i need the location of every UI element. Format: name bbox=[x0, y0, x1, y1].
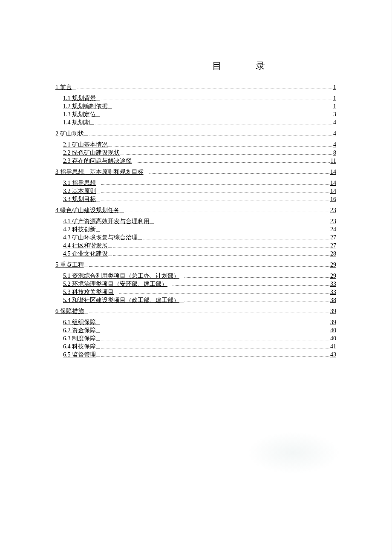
toc-label-underline-tail bbox=[96, 201, 100, 201]
toc-entry: 4.1 矿产资源高效开发与合理利用23 bbox=[55, 219, 336, 224]
toc-entry-label[interactable]: 4.5 企业文化建设 bbox=[63, 251, 108, 257]
toc-entry-page[interactable]: 38 bbox=[330, 297, 336, 303]
toc-entry-page[interactable]: 43 bbox=[330, 352, 336, 358]
toc-entry-page[interactable]: 1 bbox=[333, 104, 336, 109]
toc-entry-page[interactable]: 11 bbox=[331, 158, 336, 164]
toc-entry-label[interactable]: 1.1 规划背景 bbox=[63, 95, 96, 101]
toc-label-underline-tail bbox=[120, 212, 124, 213]
toc-entry-page[interactable]: 39 bbox=[330, 308, 336, 314]
toc-entry: 6.3 制度保障40 bbox=[55, 336, 336, 342]
toc-entry-page[interactable]: 4 bbox=[333, 120, 336, 126]
toc-entry-page[interactable]: 4 bbox=[333, 142, 336, 148]
toc-entry-page[interactable]: 14 bbox=[330, 188, 336, 194]
toc-entry-page[interactable]: 8 bbox=[333, 150, 336, 156]
toc-leader-dots bbox=[95, 124, 332, 124]
toc-entry-label[interactable]: 2.3 存在的问题与解决途径 bbox=[63, 158, 132, 164]
toc-entry-label[interactable]: 1.2 规划编制依据 bbox=[63, 104, 108, 109]
toc-entry-page[interactable]: 4 bbox=[333, 131, 336, 137]
toc-label-underline-tail bbox=[144, 174, 148, 174]
toc-leader-dots bbox=[119, 293, 329, 294]
toc-entry-label[interactable]: 2.1 矿山基本情况 bbox=[63, 142, 108, 148]
toc-entry-label[interactable]: 3.2 基本原则 bbox=[63, 188, 96, 194]
toc-entry-page[interactable]: 29 bbox=[330, 262, 336, 268]
toc-label-underline-tail bbox=[90, 124, 94, 125]
toc-leader-dots bbox=[101, 324, 329, 324]
toc-entry-page[interactable]: 33 bbox=[330, 289, 336, 295]
toc-label-underline-tail bbox=[84, 267, 88, 267]
toc-entry-label[interactable]: 4.3 矿山环境恢复与综合治理 bbox=[63, 235, 138, 241]
toc-entry-label[interactable]: 1 前言 bbox=[55, 84, 72, 90]
toc-leader-dots bbox=[155, 223, 329, 223]
toc-entry-label[interactable]: 6.3 制度保障 bbox=[63, 336, 96, 342]
toc-entry-label[interactable]: 4 绿色矿山建设规划任务 bbox=[55, 207, 120, 213]
toc-entry-label[interactable]: 2 矿山现状 bbox=[55, 131, 84, 137]
toc-entry-page[interactable]: 27 bbox=[330, 235, 336, 241]
toc-entry: 6.5 监督管理43 bbox=[55, 352, 336, 358]
toc-label-underline-tail bbox=[150, 223, 154, 224]
toc-entry-label[interactable]: 4.4 社区和谐发展 bbox=[63, 243, 108, 249]
toc-entry: 1.3 规划定位3 bbox=[55, 112, 336, 118]
toc-entry-label[interactable]: 1.4 规划期 bbox=[63, 120, 90, 126]
toc-entry-label[interactable]: 5.3 科技攻关类项目 bbox=[63, 289, 114, 295]
toc-entry-label[interactable]: 5.4 和谐社区建设类项目（政工部、建工部） bbox=[63, 297, 179, 303]
toc-entry-page[interactable]: 14 bbox=[330, 180, 336, 186]
toc-label-underline-tail bbox=[84, 135, 88, 136]
toc-leader-dots bbox=[101, 340, 329, 340]
toc-entry: 4 绿色矿山建设规划任务23 bbox=[55, 207, 336, 213]
toc-entry-label[interactable]: 1.3 规划定位 bbox=[63, 112, 96, 118]
toc-label-underline-tail bbox=[96, 324, 100, 325]
toc-label-underline-tail bbox=[179, 278, 184, 278]
toc-entry-label[interactable]: 6.4 科技保障 bbox=[63, 344, 96, 350]
toc-leader-dots bbox=[101, 231, 329, 231]
toc-entry-label[interactable]: 6.5 监督管理 bbox=[63, 352, 96, 358]
toc-label-underline-tail bbox=[120, 155, 124, 155]
toc-entry-label[interactable]: 6 保障措施 bbox=[55, 308, 84, 314]
toc-label-underline-tail bbox=[114, 294, 118, 294]
toc-entry-label[interactable]: 3 指导思想、基本原则和规划目标 bbox=[55, 169, 144, 175]
toc-entry-label[interactable]: 5.2 环境治理类项目（安环部、建工部） bbox=[63, 281, 167, 287]
toc-label-underline-tail bbox=[84, 313, 88, 313]
toc-entry-page[interactable]: 27 bbox=[330, 243, 336, 249]
toc-entry-page[interactable]: 23 bbox=[330, 219, 336, 224]
toc-entry-label[interactable]: 4.1 矿产资源高效开发与合理利用 bbox=[63, 219, 150, 224]
toc-entry-page[interactable]: 3 bbox=[333, 112, 336, 118]
toc-entry-page[interactable]: 40 bbox=[330, 336, 336, 342]
toc-label-underline-tail bbox=[96, 357, 100, 357]
toc-entry-page[interactable]: 40 bbox=[330, 328, 336, 334]
toc-entry: 2.1 矿山基本情况4 bbox=[55, 142, 336, 148]
toc-entry-page[interactable]: 41 bbox=[330, 344, 336, 350]
toc-label-underline-tail bbox=[96, 185, 100, 185]
toc-entry-page[interactable]: 14 bbox=[330, 169, 336, 175]
toc-leader-dots bbox=[101, 184, 329, 185]
toc-label-underline-tail bbox=[108, 108, 112, 109]
toc-entry-page[interactable]: 39 bbox=[330, 319, 336, 325]
toc-label-underline-tail bbox=[108, 247, 112, 248]
toc-entry: 6.1 组织保障39 bbox=[55, 319, 336, 325]
toc-label-underline-tail bbox=[96, 193, 100, 193]
toc-entry-page[interactable]: 1 bbox=[333, 95, 336, 101]
toc-entry-label[interactable]: 6.1 组织保障 bbox=[63, 319, 96, 325]
toc-entry-page[interactable]: 33 bbox=[330, 281, 336, 287]
toc-entry-page[interactable]: 29 bbox=[330, 273, 336, 279]
toc-label-underline-tail bbox=[96, 340, 100, 341]
toc-entry-label[interactable]: 2.2 绿色矿山建设现状 bbox=[63, 150, 120, 156]
toc-entry-label[interactable]: 5 重点工程 bbox=[55, 262, 84, 268]
toc-entry-page[interactable]: 24 bbox=[330, 227, 336, 233]
toc-entry-page[interactable]: 28 bbox=[330, 251, 336, 257]
toc-entry-label[interactable]: 3.3 规划目标 bbox=[63, 196, 96, 202]
toc-entry-label[interactable]: 3.1 指导思想 bbox=[63, 180, 96, 186]
toc-entry-label[interactable]: 6.2 资金保障 bbox=[63, 328, 96, 334]
toc-entry-page[interactable]: 23 bbox=[330, 207, 336, 213]
toc-entry: 5 重点工程29 bbox=[55, 262, 336, 268]
toc-entry-label[interactable]: 4.2 科技创新 bbox=[63, 227, 96, 233]
toc-label-underline-tail bbox=[96, 231, 100, 232]
toc-entry: 1.4 规划期4 bbox=[55, 120, 336, 126]
toc-leader-dots bbox=[173, 285, 329, 286]
toc-entry-page[interactable]: 16 bbox=[330, 196, 336, 202]
toc-leader-dots bbox=[89, 266, 330, 267]
toc-entry-label[interactable]: 5.1 资源综合利用类项目（总工办、计划部） bbox=[63, 273, 179, 279]
toc-entry-page[interactable]: 1 bbox=[333, 84, 336, 90]
toc-label-underline-tail bbox=[72, 89, 76, 89]
toc-entry: 5.1 资源综合利用类项目（总工办、计划部）29 bbox=[55, 273, 336, 279]
toc-leader-dots bbox=[77, 89, 333, 89]
